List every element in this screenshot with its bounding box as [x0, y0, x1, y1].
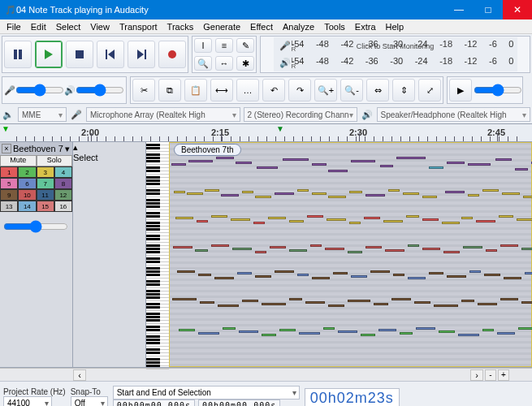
- midi-note[interactable]: [242, 300, 258, 302]
- midi-channel-14[interactable]: 14: [18, 201, 36, 212]
- midi-note[interactable]: [348, 251, 362, 253]
- midi-note[interactable]: [482, 189, 499, 192]
- record-button[interactable]: [158, 41, 186, 68]
- midi-note[interactable]: [312, 163, 327, 166]
- zoom-tool[interactable]: 🔍: [194, 56, 212, 71]
- midi-note[interactable]: [257, 166, 278, 169]
- midi-note[interactable]: [515, 168, 528, 171]
- midi-note[interactable]: [370, 270, 390, 273]
- midi-note[interactable]: [364, 217, 380, 219]
- midi-note[interactable]: [499, 215, 513, 218]
- midi-note[interactable]: [439, 330, 455, 333]
- project-rate-dropdown[interactable]: 44100: [3, 396, 52, 407]
- silence-button[interactable]: …: [236, 79, 259, 102]
- midi-note[interactable]: [500, 298, 518, 300]
- midi-channel-7[interactable]: 7: [37, 178, 54, 189]
- midi-channel-15[interactable]: 15: [37, 201, 54, 212]
- midi-note[interactable]: [374, 303, 388, 305]
- midi-channel-2[interactable]: 2: [18, 166, 36, 178]
- envelope-tool[interactable]: ≡: [215, 38, 233, 53]
- menu-analyze[interactable]: Analyze: [278, 21, 319, 32]
- midi-note[interactable]: [270, 246, 286, 248]
- midi-note[interactable]: [349, 222, 361, 224]
- recording-channels-dropdown[interactable]: 2 (Stereo) Recording Chann: [244, 107, 357, 122]
- midi-channel-16[interactable]: 16: [54, 201, 72, 212]
- midi-note[interactable]: [323, 327, 335, 330]
- midi-note[interactable]: [361, 334, 375, 336]
- cut-button[interactable]: ✂: [132, 79, 155, 102]
- selection-tool[interactable]: I: [194, 38, 212, 53]
- midi-note[interactable]: [497, 332, 515, 335]
- midi-note[interactable]: [289, 298, 302, 300]
- close-button[interactable]: ✕: [503, 0, 532, 19]
- rec-volume-slider[interactable]: [15, 84, 64, 97]
- midi-note[interactable]: [211, 244, 229, 247]
- recording-meter[interactable]: 🎤 LR -54-48-42-36-30-24-18-12-60 Click t…: [274, 37, 517, 54]
- midi-note[interactable]: [523, 196, 532, 198]
- selection-mode-dropdown[interactable]: Start and End of Selection: [113, 386, 300, 400]
- midi-note[interactable]: [518, 327, 532, 330]
- midi-note[interactable]: [328, 170, 348, 172]
- menu-tools[interactable]: Tools: [319, 21, 350, 32]
- midi-note[interactable]: [365, 194, 385, 197]
- midi-channel-13[interactable]: 13: [0, 201, 18, 212]
- trim-button[interactable]: ⟷: [210, 79, 233, 102]
- velocity-slider[interactable]: [3, 220, 68, 233]
- selection-start-spinner[interactable]: 00h00m00,000s: [113, 400, 195, 407]
- midi-note[interactable]: [484, 274, 500, 276]
- menu-effect[interactable]: Effect: [245, 21, 278, 32]
- midi-note[interactable]: [195, 249, 208, 252]
- midi-note[interactable]: [365, 246, 382, 248]
- midi-note[interactable]: [486, 249, 497, 252]
- midi-note[interactable]: [521, 301, 532, 304]
- midi-note[interactable]: [380, 165, 393, 167]
- midi-note[interactable]: [517, 218, 532, 221]
- skip-start-button[interactable]: [97, 41, 124, 68]
- midi-note[interactable]: [521, 248, 532, 250]
- midi-note[interactable]: [447, 275, 466, 278]
- midi-note[interactable]: [403, 192, 419, 195]
- midi-note[interactable]: [500, 244, 518, 247]
- midi-note[interactable]: [447, 162, 465, 164]
- midi-note[interactable]: [388, 189, 400, 192]
- midi-note[interactable]: [328, 304, 344, 307]
- midi-channel-4[interactable]: 4: [54, 166, 72, 178]
- track-menu-dropdown-icon[interactable]: ▾: [65, 144, 70, 154]
- midi-note[interactable]: [275, 270, 294, 273]
- midi-note[interactable]: [442, 222, 460, 224]
- midi-channel-9[interactable]: 9: [0, 189, 18, 201]
- midi-note[interactable]: [307, 215, 323, 218]
- play-at-speed-button[interactable]: ▶: [449, 79, 472, 102]
- midi-note[interactable]: [216, 157, 234, 159]
- midi-note[interactable]: [333, 272, 348, 274]
- midi-note[interactable]: [476, 220, 495, 222]
- midi-note[interactable]: [406, 215, 419, 218]
- midi-note[interactable]: [198, 274, 211, 276]
- selection-end-spinner[interactable]: 00h00m00,000s: [198, 400, 280, 407]
- snap-to-dropdown[interactable]: Off: [71, 396, 108, 407]
- midi-note[interactable]: [504, 277, 521, 279]
- audio-host-dropdown[interactable]: MME: [18, 107, 67, 122]
- midi-channel-8[interactable]: 8: [54, 178, 72, 189]
- midi-note[interactable]: [416, 327, 435, 330]
- midi-note[interactable]: [463, 246, 482, 248]
- midi-note[interactable]: [255, 251, 266, 253]
- midi-note[interactable]: [478, 303, 497, 305]
- track-select-button[interactable]: Select: [73, 153, 145, 162]
- midi-clip[interactable]: Beethoven 7th: [169, 142, 532, 367]
- midi-note[interactable]: [393, 274, 404, 276]
- midi-note[interactable]: [396, 157, 426, 159]
- midi-note[interactable]: [174, 191, 185, 193]
- midi-note[interactable]: [434, 304, 458, 307]
- midi-note[interactable]: [268, 217, 286, 219]
- stop-button[interactable]: [66, 41, 93, 68]
- midi-note[interactable]: [171, 163, 186, 166]
- midi-note[interactable]: [242, 191, 253, 193]
- midi-note[interactable]: [297, 189, 309, 192]
- timeshift-tool[interactable]: ↔: [215, 56, 233, 71]
- midi-note[interactable]: [236, 162, 252, 164]
- midi-note[interactable]: [305, 301, 325, 304]
- midi-note[interactable]: [239, 330, 258, 333]
- midi-note[interactable]: [211, 215, 227, 218]
- midi-note[interactable]: [422, 218, 439, 221]
